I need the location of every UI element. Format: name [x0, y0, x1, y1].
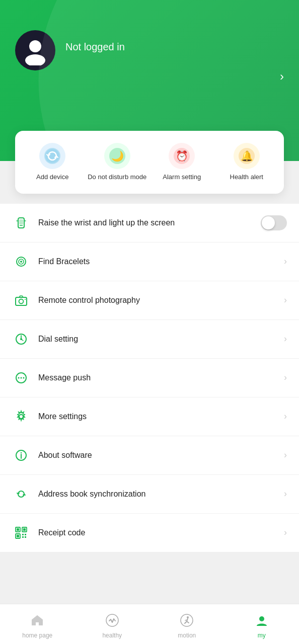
- quick-action-health-alert[interactable]: 🔔 Health alert: [214, 143, 279, 182]
- quick-actions-card: Add device 🌙 Do not disturb mode ⏰ Alarm…: [15, 131, 284, 194]
- find-bracelets-chevron-icon: ›: [284, 256, 287, 267]
- raise-wrist-label: Raise the wrist and light up the screen: [38, 218, 261, 227]
- nav-item-motion[interactable]: motion: [150, 610, 225, 639]
- svg-rect-40: [25, 534, 26, 535]
- menu-item-remote-photo[interactable]: Remote control photography ›: [0, 281, 299, 320]
- address-book-chevron-icon: ›: [284, 489, 287, 499]
- do-not-disturb-label: Do not disturb mode: [88, 173, 146, 182]
- svg-point-20: [25, 299, 26, 300]
- message-icon: [12, 369, 30, 387]
- svg-point-29: [19, 415, 23, 419]
- receipt-code-chevron-icon: ›: [284, 527, 287, 538]
- menu-item-address-book[interactable]: Address book synchronization ›: [0, 475, 299, 514]
- add-device-label: Add device: [36, 173, 68, 182]
- svg-rect-38: [17, 535, 19, 537]
- svg-text:🌙: 🌙: [111, 150, 123, 162]
- motion-nav-label: motion: [178, 632, 196, 639]
- remote-photo-label: Remote control photography: [38, 296, 284, 305]
- svg-point-43: [106, 614, 118, 626]
- my-nav-label: my: [258, 632, 266, 639]
- info-icon: [12, 446, 30, 464]
- svg-point-28: [23, 377, 25, 378]
- home-page-nav-label: home page: [22, 632, 52, 639]
- find-bracelets-label: Find Bracelets: [38, 257, 284, 266]
- svg-point-17: [20, 261, 22, 263]
- svg-point-26: [18, 377, 20, 378]
- motion-icon: [180, 614, 193, 630]
- health-alert-icon: 🔔: [234, 143, 260, 169]
- svg-point-3: [45, 149, 59, 163]
- menu-item-about-software[interactable]: About software ›: [0, 436, 299, 475]
- qrcode-icon: [12, 524, 30, 542]
- svg-rect-36: [17, 528, 19, 531]
- svg-rect-39: [22, 534, 24, 535]
- svg-point-46: [259, 616, 264, 621]
- nav-item-home-page[interactable]: home page: [0, 610, 75, 639]
- dial-icon: [12, 330, 30, 348]
- message-push-label: Message push: [38, 373, 284, 382]
- healthy-icon: [106, 614, 119, 630]
- find-bracelets-icon: [12, 253, 30, 271]
- health-alert-label: Health alert: [230, 173, 263, 182]
- bottom-nav: home page healthy motion: [0, 604, 299, 644]
- message-push-chevron-icon: ›: [284, 372, 287, 383]
- home-icon: [31, 614, 44, 630]
- svg-text:⏰: ⏰: [176, 150, 188, 162]
- menu-item-raise-wrist[interactable]: Raise the wrist and light up the screen: [0, 204, 299, 243]
- alarm-setting-label: Alarm setting: [163, 173, 201, 182]
- menu-item-more-settings[interactable]: More settings ›: [0, 397, 299, 436]
- more-settings-label: More settings: [38, 412, 284, 421]
- receipt-code-label: Receipt code: [38, 528, 284, 537]
- more-settings-chevron-icon: ›: [284, 411, 287, 422]
- svg-rect-42: [25, 536, 26, 538]
- menu-item-find-bracelets[interactable]: Find Bracelets ›: [0, 243, 299, 281]
- menu-item-receipt-code[interactable]: Receipt code ›: [0, 514, 299, 552]
- svg-rect-41: [22, 536, 24, 538]
- quick-action-alarm-setting[interactable]: ⏰ Alarm setting: [150, 143, 214, 182]
- quick-action-add-device[interactable]: Add device: [20, 143, 85, 182]
- about-software-label: About software: [38, 451, 284, 460]
- camera-icon: [12, 291, 30, 309]
- settings-icon: [12, 408, 30, 426]
- about-software-chevron-icon: ›: [284, 450, 287, 460]
- dial-setting-chevron-icon: ›: [284, 334, 287, 344]
- raise-wrist-toggle[interactable]: [261, 215, 287, 230]
- svg-point-32: [21, 452, 22, 453]
- nav-item-healthy[interactable]: healthy: [75, 610, 150, 639]
- menu-section: Raise the wrist and light up the screen …: [0, 204, 299, 552]
- svg-rect-37: [23, 528, 26, 531]
- do-not-disturb-icon: 🌙: [104, 143, 130, 169]
- svg-point-19: [19, 299, 24, 303]
- healthy-nav-label: healthy: [102, 632, 122, 639]
- my-icon: [255, 614, 268, 630]
- svg-point-27: [21, 377, 22, 378]
- header-chevron-right-icon[interactable]: ›: [280, 69, 284, 84]
- address-book-label: Address book synchronization: [38, 490, 284, 499]
- svg-rect-11: [19, 219, 23, 224]
- nav-item-my[interactable]: my: [225, 610, 300, 639]
- menu-item-dial-setting[interactable]: Dial setting ›: [0, 320, 299, 359]
- sync-icon: [12, 485, 30, 503]
- quick-action-do-not-disturb[interactable]: 🌙 Do not disturb mode: [85, 143, 150, 182]
- remote-photo-chevron-icon: ›: [284, 295, 287, 305]
- menu-item-message-push[interactable]: Message push ›: [0, 359, 299, 397]
- wrist-icon: [12, 214, 30, 232]
- svg-rect-18: [16, 297, 27, 305]
- alarm-setting-icon: ⏰: [169, 143, 195, 169]
- svg-point-0: [29, 40, 41, 52]
- svg-text:🔔: 🔔: [240, 150, 253, 162]
- dial-setting-label: Dial setting: [38, 335, 284, 344]
- add-device-icon: [39, 143, 65, 169]
